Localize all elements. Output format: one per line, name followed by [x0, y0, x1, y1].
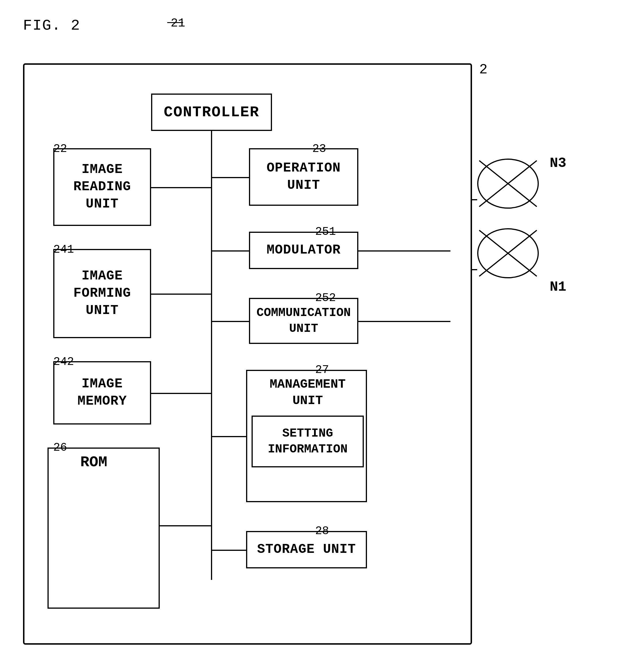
- management-unit-outer-box: MANAGEMENTUNIT SETTINGINFORMATION: [246, 370, 367, 502]
- image-forming-unit-box: IMAGEFORMINGUNIT: [53, 249, 151, 338]
- image-memory-box: IMAGEMEMORY: [53, 361, 151, 425]
- line-comm-to-right: [358, 321, 451, 322]
- ref-21: 21: [171, 17, 185, 30]
- n1-circle: [476, 227, 540, 279]
- line-bus-to-comm: [211, 321, 249, 322]
- image-memory-label: IMAGEMEMORY: [77, 376, 127, 410]
- storage-unit-box: STORAGE UNIT: [246, 531, 367, 568]
- communication-unit-box: COMMUNICATIONUNIT: [249, 298, 358, 344]
- controller-box: CONTROLLER: [151, 94, 272, 131]
- line-forming-to-bus: [151, 293, 211, 295]
- line-bus-to-modulator: [211, 250, 249, 251]
- rom-outer-box: ROM CONTROLPROGRAM SECURITYPROGRAM: [47, 448, 160, 609]
- line-rom-to-bus: [160, 525, 211, 526]
- line-to-n1: [472, 269, 477, 270]
- rom-label: ROM: [80, 454, 107, 471]
- image-reading-unit-label: IMAGEREADINGUNIT: [73, 161, 131, 213]
- line-modulator-to-right: [358, 250, 451, 251]
- line-memory-to-bus: [151, 393, 211, 394]
- ref-n3: N3: [550, 155, 567, 171]
- line-bus-to-management: [211, 436, 246, 437]
- storage-unit-label: STORAGE UNIT: [257, 541, 356, 558]
- n3-circle: [476, 158, 540, 210]
- ref-n1: N1: [550, 279, 567, 295]
- line-reading-to-bus: [151, 187, 211, 188]
- modulator-label: MODULATOR: [266, 242, 340, 259]
- modulator-box: MODULATOR: [249, 232, 358, 269]
- ref-2: 2: [479, 62, 487, 77]
- main-outer-box: 21 CONTROLLER 22 IMAGEREADINGUNIT 241 IM…: [23, 63, 472, 645]
- ref-21-hook: [167, 22, 183, 23]
- operation-unit-box: OPERATIONUNIT: [249, 148, 358, 206]
- bus-line: [211, 131, 212, 580]
- setting-info-box: SETTINGINFORMATION: [251, 415, 364, 467]
- controller-label: CONTROLLER: [164, 104, 259, 121]
- image-reading-unit-box: IMAGEREADINGUNIT: [53, 148, 151, 226]
- communication-unit-label: COMMUNICATIONUNIT: [257, 305, 351, 336]
- operation-unit-label: OPERATIONUNIT: [266, 160, 340, 194]
- line-bus-to-operation: [211, 177, 249, 178]
- line-bus-to-storage: [211, 550, 246, 551]
- setting-info-label: SETTINGINFORMATION: [268, 426, 347, 457]
- image-forming-unit-label: IMAGEFORMINGUNIT: [73, 268, 131, 319]
- management-unit-label: MANAGEMENTUNIT: [250, 376, 365, 409]
- line-to-n3: [472, 199, 477, 200]
- figure-label: FIG. 2: [23, 17, 80, 34]
